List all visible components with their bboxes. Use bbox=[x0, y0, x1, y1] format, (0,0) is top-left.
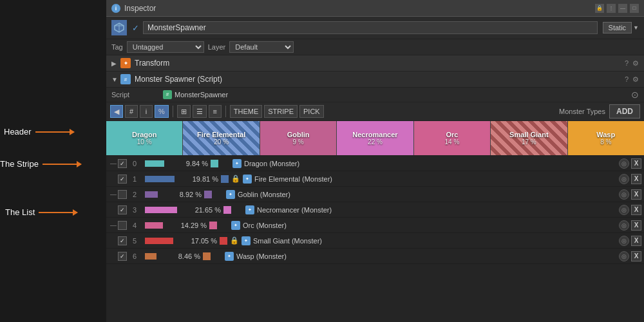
row-index: 1 bbox=[129, 175, 140, 183]
table-row[interactable]: 5 17.05 % 🔒 ✦ Small Giant (Monster) ◎ X bbox=[106, 233, 644, 249]
row-target-button[interactable]: ◎ bbox=[619, 189, 629, 200]
row-checkbox[interactable] bbox=[118, 252, 127, 261]
toolbar-btn-back[interactable]: ◀ bbox=[110, 105, 123, 118]
toolbar-separator-2 bbox=[225, 106, 226, 117]
static-dropdown-arrow[interactable]: ▼ bbox=[633, 24, 639, 31]
maximize-button[interactable]: □ bbox=[630, 4, 639, 13]
inspector-title: Inspector bbox=[124, 4, 156, 13]
toolbar-btn-stripe[interactable]: STRIPE bbox=[264, 105, 298, 118]
script-settings-icon[interactable]: ⚙ bbox=[632, 75, 639, 84]
stripe-label-fire: Fire Elemental bbox=[197, 131, 245, 138]
monster-prefab-icon: ✦ bbox=[242, 236, 251, 245]
row-percent: 8.46 % bbox=[162, 252, 200, 260]
transform-icon: ✦ bbox=[120, 58, 131, 68]
row-index: 6 bbox=[129, 252, 140, 260]
transform-expand-arrow[interactable]: ▶ bbox=[111, 60, 120, 67]
stripe-item-orc[interactable]: Orc 14 % bbox=[414, 121, 491, 155]
table-row[interactable]: — 2 8.92 % ✦ Goblin (Monster) ◎ X bbox=[106, 187, 644, 202]
row-delete-button[interactable]: X bbox=[631, 158, 641, 169]
table-row[interactable]: 6 8.46 % ✦ Wasp (Monster) ◎ X bbox=[106, 249, 644, 264]
toolbar-btn-lines[interactable]: ≡ bbox=[209, 105, 222, 118]
inspector-panel: i Inspector 🔒 ⋮ — □ ✓ Static ▼ Tag Untag… bbox=[106, 0, 644, 322]
row-small-color bbox=[203, 252, 211, 260]
row-checkbox[interactable] bbox=[118, 221, 127, 230]
toolbar-btn-list[interactable]: ☰ bbox=[193, 105, 207, 118]
table-row[interactable]: 3 21.65 % ✦ Necromancer (Monster) ◎ X bbox=[106, 202, 644, 218]
stripe-item-smallgiant[interactable]: Small Giant 17 % bbox=[491, 121, 567, 155]
toolbar-btn-hash[interactable]: # bbox=[125, 105, 138, 118]
header-annotation-label: Header bbox=[4, 127, 32, 137]
add-button[interactable]: ADD bbox=[609, 104, 640, 118]
row-target-button[interactable]: ◎ bbox=[619, 174, 629, 184]
minimize-button[interactable]: — bbox=[618, 4, 627, 13]
row-index: 2 bbox=[129, 191, 140, 198]
row-index: 0 bbox=[129, 160, 140, 167]
row-color-bar bbox=[145, 222, 163, 229]
row-target-button[interactable]: ◎ bbox=[619, 236, 629, 246]
row-name: Orc (Monster) bbox=[243, 222, 619, 229]
transform-title: Transform bbox=[135, 59, 169, 68]
row-small-color bbox=[221, 175, 229, 183]
row-delete-button[interactable]: X bbox=[631, 205, 641, 215]
script-expand-arrow[interactable]: ▼ bbox=[111, 76, 120, 83]
stripe-item-dragon[interactable]: Dragon 10 % bbox=[106, 121, 183, 155]
row-delete-button[interactable]: X bbox=[631, 189, 641, 200]
stripe-item-fire[interactable]: Fire Elemental 20 % bbox=[183, 121, 260, 155]
unlock-icon bbox=[234, 205, 243, 214]
menu-icon[interactable]: ⋮ bbox=[607, 4, 616, 13]
table-row[interactable]: — 0 9.84 % ✦ Dragon (Monster) ◎ X bbox=[106, 156, 644, 171]
row-actions: ◎ X bbox=[619, 205, 641, 215]
row-target-button[interactable]: ◎ bbox=[619, 205, 629, 215]
row-delete-button[interactable]: X bbox=[631, 236, 641, 246]
row-checkbox[interactable] bbox=[118, 205, 127, 214]
stripe-item-necromancer[interactable]: Necromancer 22 % bbox=[337, 121, 413, 155]
row-checkbox[interactable] bbox=[118, 175, 127, 184]
lock-button[interactable]: 🔒 bbox=[595, 4, 604, 13]
row-checkbox[interactable] bbox=[118, 236, 127, 245]
toolbar-btn-info[interactable]: i bbox=[140, 105, 153, 118]
row-checkbox[interactable] bbox=[118, 159, 127, 168]
annotations-panel: Header The Stripe The List bbox=[0, 0, 106, 322]
toolbar-btn-percent[interactable]: % bbox=[155, 105, 169, 118]
row-delete-button[interactable]: X bbox=[631, 174, 641, 184]
script-file-circle[interactable]: ⊙ bbox=[631, 90, 639, 100]
toolbar-btn-theme[interactable]: THEME bbox=[230, 105, 263, 118]
row-index: 4 bbox=[129, 222, 140, 229]
transform-settings-icon[interactable]: ⚙ bbox=[632, 59, 639, 68]
table-row[interactable]: — 4 14.29 % ✦ Orc (Monster) ◎ X bbox=[106, 218, 644, 233]
row-delete-button[interactable]: X bbox=[631, 220, 641, 231]
stripe-pct-dragon: 10 % bbox=[137, 138, 152, 146]
header-annotation: Header bbox=[4, 127, 74, 137]
stripe-pct-wasp: 8 % bbox=[600, 138, 611, 146]
tag-select[interactable]: Untagged bbox=[127, 41, 204, 53]
row-delete-button[interactable]: X bbox=[631, 251, 641, 261]
stripe-item-wasp[interactable]: Wasp 8 % bbox=[568, 121, 644, 155]
row-small-color bbox=[223, 206, 231, 214]
row-target-button[interactable]: ◎ bbox=[619, 220, 629, 231]
table-row[interactable]: 1 19.81 % 🔒 ✦ Fire Elemental (Monster) ◎… bbox=[106, 171, 644, 187]
row-color-bar bbox=[145, 160, 164, 167]
row-dash: — bbox=[109, 191, 118, 198]
transform-help-icon[interactable]: ? bbox=[625, 59, 629, 68]
row-dash: — bbox=[109, 160, 118, 167]
row-name: Goblin (Monster) bbox=[238, 191, 619, 198]
static-button[interactable]: Static bbox=[603, 22, 632, 33]
toolbar-btn-pick[interactable]: PICK bbox=[299, 105, 324, 118]
stripe-item-goblin[interactable]: Goblin 9 % bbox=[260, 121, 337, 155]
row-target-button[interactable]: ◎ bbox=[619, 158, 629, 169]
script-file-name: MonsterSpawner bbox=[175, 91, 228, 99]
script-help-icon[interactable]: ? bbox=[625, 75, 629, 84]
row-actions: ◎ X bbox=[619, 174, 641, 184]
row-checkbox[interactable] bbox=[118, 190, 127, 199]
component-name-input[interactable] bbox=[143, 21, 598, 34]
script-section-row: ▼ # Monster Spawner (Script) ? ⚙ bbox=[106, 71, 644, 88]
list-annotation-arrow bbox=[39, 212, 77, 213]
layer-select[interactable]: Default bbox=[229, 41, 294, 53]
row-percent: 17.05 % bbox=[178, 237, 217, 245]
row-actions: ◎ X bbox=[619, 189, 641, 200]
component-checkmark[interactable]: ✓ bbox=[132, 23, 139, 33]
monster-prefab-icon: ✦ bbox=[232, 159, 242, 168]
row-target-button[interactable]: ◎ bbox=[619, 251, 629, 261]
stripe-label-necromancer: Necromancer bbox=[352, 131, 397, 138]
toolbar-btn-grid[interactable]: ⊞ bbox=[177, 105, 191, 118]
